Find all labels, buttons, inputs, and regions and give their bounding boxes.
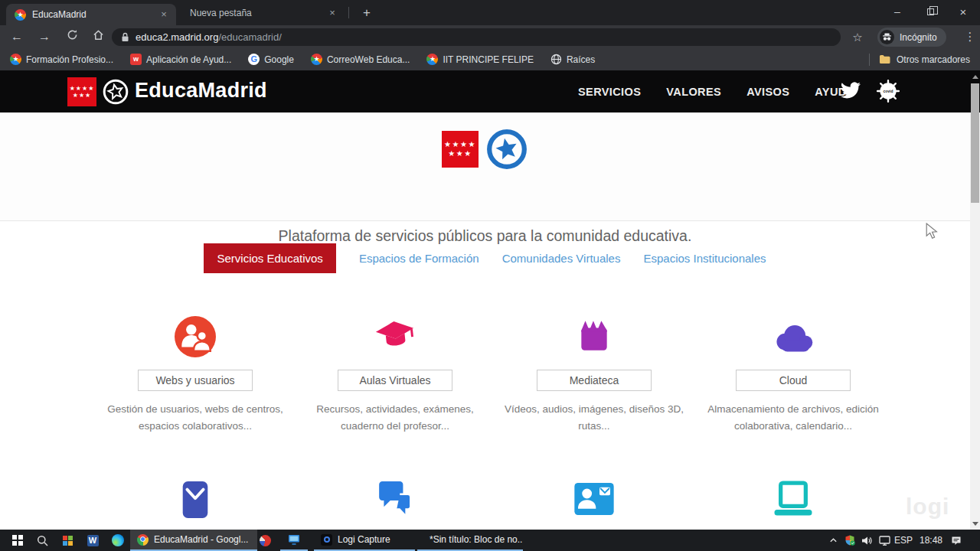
other-bookmarks[interactable]: Otros marcadores [869, 48, 970, 70]
edge-button[interactable] [106, 530, 130, 551]
tab-espacios-institucionales[interactable]: Espacios Institucionales [643, 243, 766, 273]
tab-close-icon[interactable]: × [326, 7, 338, 19]
defender-shield-icon [844, 535, 855, 546]
clock[interactable]: 18:48 [920, 530, 942, 551]
film-clapper-icon [575, 316, 613, 356]
desktop: EducaMadrid × Nueva pestaña × + – × ← → … [0, 0, 980, 551]
windows-logo-icon [12, 535, 22, 545]
bookmark-formacion[interactable]: Formación Profesio... [10, 54, 113, 65]
bookmark-raices[interactable]: Raíces [550, 54, 595, 65]
back-button[interactable]: ← [6, 25, 28, 48]
window-restore-button[interactable] [913, 0, 947, 25]
network-tray-button[interactable] [875, 530, 893, 551]
action-center-button[interactable] [946, 530, 966, 551]
incognito-icon [880, 30, 894, 44]
mouse-cursor [924, 223, 939, 240]
google-favicon: G [248, 54, 260, 65]
tab-close-icon[interactable]: × [158, 8, 170, 21]
task-logi-capture[interactable]: Logi Capture [314, 530, 415, 551]
educamadrid-favicon [426, 54, 438, 65]
tab-educamadrid[interactable]: EducaMadrid × [6, 4, 176, 25]
card-puesto-educativo [678, 479, 908, 522]
incognito-badge: Incógnito [877, 28, 946, 47]
card-button[interactable]: Aulas Virtuales [338, 370, 452, 391]
pinned-app-button[interactable] [253, 530, 277, 551]
bookmark-star-button[interactable]: ☆ [848, 28, 867, 46]
task-notepad[interactable]: *Sin título: Bloc de no... [417, 530, 523, 551]
tab-espacios-formacion[interactable]: Espacios de Formación [359, 243, 479, 273]
microsoft-store-button[interactable] [55, 530, 80, 551]
tab-servicios-educativos[interactable]: Servicios Educativos [204, 243, 335, 273]
display-app-button[interactable] [280, 530, 308, 551]
word-button[interactable]: W [80, 530, 105, 551]
tab-comunidades-virtuales[interactable]: Comunidades Virtuales [502, 243, 621, 273]
url-path: /educamadrid/ [218, 31, 281, 43]
scrollbar-thumb[interactable] [971, 83, 979, 203]
card-description: Vídeos, audios, imágenes, diseños 3D, ru… [502, 401, 686, 435]
colorful-app-icon [260, 535, 271, 546]
browser-menu-button[interactable]: ⋮ [962, 28, 978, 46]
home-button[interactable] [87, 25, 109, 48]
chat-icon[interactable] [376, 479, 414, 522]
card-button[interactable]: Mediateca [537, 370, 652, 391]
window-close-button[interactable]: × [946, 0, 980, 25]
monitor-icon [288, 534, 300, 545]
tab-nueva-pestana[interactable]: Nueva pestaña × [179, 0, 345, 25]
bookmarks-bar: Formación Profesio... wAplicación de Ayu… [0, 48, 980, 70]
nav-servicios[interactable]: SERVICIOS [578, 86, 641, 98]
bookmark-iit-principe-felipe[interactable]: IIT PRINCIPE FELIPE [426, 54, 533, 65]
contact-card-icon[interactable] [573, 479, 616, 519]
tray-expand-button[interactable] [825, 530, 841, 551]
red-w-favicon: w [130, 54, 142, 65]
site-brand[interactable]: EducaMadrid [135, 79, 267, 103]
security-tray-button[interactable] [841, 530, 858, 551]
volume-tray-button[interactable] [858, 530, 875, 551]
twitter-icon[interactable] [841, 82, 861, 99]
card-button[interactable]: Cloud [736, 370, 851, 391]
card-mensajeria [280, 479, 510, 525]
task-label: Logi Capture [338, 534, 390, 545]
search-icon [37, 535, 48, 546]
window-minimize-button[interactable]: – [880, 0, 914, 25]
page-scrollbar[interactable] [970, 70, 980, 530]
new-tab-button[interactable]: + [357, 4, 377, 22]
card-mediateca: Mediateca Vídeos, audios, imágenes, dise… [479, 316, 709, 435]
users-icon [175, 316, 216, 357]
flag-stars: ★★★★ [70, 85, 95, 92]
site-header: ★★★★ ★★★ EducaMadrid SERVICIOS VALORES A… [0, 70, 970, 112]
word-icon: W [87, 535, 99, 546]
bookmark-google[interactable]: GGoogle [248, 54, 294, 65]
forward-button[interactable]: → [34, 25, 55, 48]
educamadrid-blue-logo [485, 128, 528, 171]
mail-icon[interactable] [178, 479, 213, 522]
taskbar-search-button[interactable] [31, 530, 54, 551]
language-indicator[interactable]: ESP [894, 530, 913, 551]
task-educamadrid-chrome[interactable]: EducaMadrid - Googl... [130, 530, 257, 551]
flag-stars: ★★★ [73, 92, 92, 99]
card-cloud: Cloud Almacenamiento de archivos, edició… [678, 316, 908, 435]
bookmark-label: Raíces [567, 54, 595, 65]
reload-button[interactable] [61, 25, 83, 48]
bookmark-correoweb[interactable]: CorreoWeb Educa... [311, 54, 410, 65]
scroll-up-arrow-icon[interactable] [972, 75, 978, 79]
windows-taskbar: W EducaMadrid - Googl... Logi Capture *S… [0, 530, 980, 551]
nav-avisos[interactable]: AVISOS [746, 86, 789, 98]
laptop-icon[interactable] [772, 479, 815, 519]
scroll-down-arrow-icon[interactable] [972, 522, 978, 526]
service-tabs: Servicios Educativos Espacios de Formaci… [0, 243, 970, 273]
reload-icon [67, 29, 78, 41]
other-bookmarks-label: Otros marcadores [897, 54, 970, 65]
bookmark-aplicacion-ayuda[interactable]: wAplicación de Ayud... [130, 54, 231, 65]
address-bar[interactable]: educa2.madrid.org/educamadrid/ [112, 28, 841, 46]
covid-icon[interactable]: covid [876, 79, 900, 103]
cloud-icon [772, 316, 815, 356]
card-button[interactable]: Webs y usuarios [138, 370, 253, 391]
nav-valores[interactable]: VALORES [666, 86, 721, 98]
folder-icon [879, 54, 890, 64]
bookmark-label: CorreoWeb Educa... [327, 54, 410, 65]
educamadrid-star-icon[interactable] [102, 78, 129, 106]
restore-icon [927, 8, 934, 15]
start-button[interactable] [5, 530, 31, 551]
madrid-flag-logo[interactable]: ★★★★ ★★★ [67, 77, 96, 106]
bookmark-label: Aplicación de Ayud... [146, 54, 231, 65]
